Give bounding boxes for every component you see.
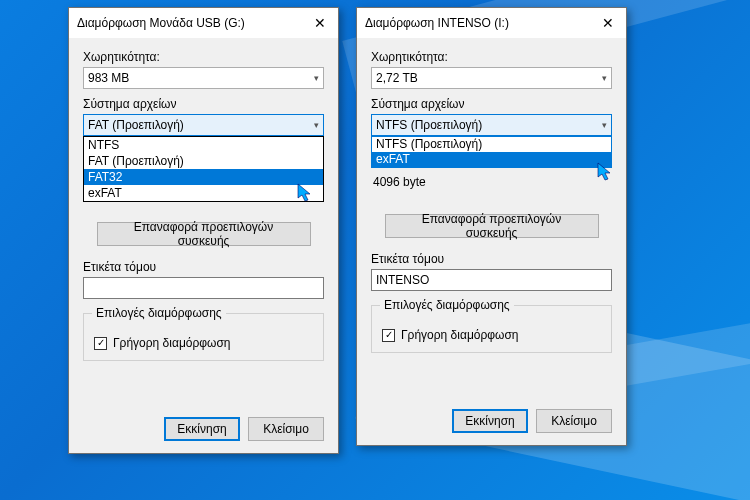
format-options-group: Επιλογές διαμόρφωσης ✓ Γρήγορη διαμόρφωσ… xyxy=(371,305,612,353)
filesystem-value: NTFS (Προεπιλογή) xyxy=(376,118,602,132)
close-icon[interactable]: ✕ xyxy=(310,15,330,31)
fs-option-fat[interactable]: FAT (Προεπιλογή) xyxy=(84,153,323,169)
quick-format-checkbox[interactable]: ✓ xyxy=(382,329,395,342)
volume-label-label: Ετικέτα τόμου xyxy=(371,252,612,266)
format-options-group: Επιλογές διαμόρφωσης ✓ Γρήγορη διαμόρφωσ… xyxy=(83,313,324,361)
restore-defaults-button[interactable]: Επαναφορά προεπιλογών συσκευής xyxy=(97,222,311,246)
fs-option-ntfs[interactable]: NTFS (Προεπιλογή) xyxy=(372,137,611,152)
quick-format-checkbox[interactable]: ✓ xyxy=(94,337,107,350)
fs-option-ntfs[interactable]: NTFS xyxy=(84,137,323,153)
fs-option-exfat[interactable]: exFAT xyxy=(84,185,323,201)
quick-format-row[interactable]: ✓ Γρήγορη διαμόρφωση xyxy=(94,336,313,350)
capacity-label: Χωρητικότητα: xyxy=(83,50,324,64)
start-button[interactable]: Εκκίνηση xyxy=(164,417,240,441)
filesystem-dropdown: NTFS FAT (Προεπιλογή) FAT32 exFAT xyxy=(83,136,324,202)
filesystem-dropdown: NTFS (Προεπιλογή) exFAT xyxy=(371,136,612,168)
format-options-legend: Επιλογές διαμόρφωσης xyxy=(380,298,514,312)
filesystem-value: FAT (Προεπιλογή) xyxy=(88,118,314,132)
restore-defaults-button[interactable]: Επαναφορά προεπιλογών συσκευής xyxy=(385,214,599,238)
fs-option-fat32[interactable]: FAT32 xyxy=(84,169,323,185)
close-button[interactable]: Κλείσιμο xyxy=(536,409,612,433)
volume-label-label: Ετικέτα τόμου xyxy=(83,260,324,274)
chevron-down-icon: ▾ xyxy=(602,120,607,130)
quick-format-label: Γρήγορη διαμόρφωση xyxy=(113,336,231,350)
window-title: Διαμόρφωση INTENSO (I:) xyxy=(365,16,598,30)
window-title: Διαμόρφωση Μονάδα USB (G:) xyxy=(77,16,310,30)
format-dialog-intenso: Διαμόρφωση INTENSO (I:) ✕ Χωρητικότητα: … xyxy=(356,7,627,446)
format-dialog-usb: Διαμόρφωση Μονάδα USB (G:) ✕ Χωρητικότητ… xyxy=(68,7,339,454)
close-button[interactable]: Κλείσιμο xyxy=(248,417,324,441)
capacity-label: Χωρητικότητα: xyxy=(371,50,612,64)
close-icon[interactable]: ✕ xyxy=(598,15,618,31)
chevron-down-icon: ▾ xyxy=(314,120,319,130)
capacity-select[interactable]: 2,72 TB ▾ xyxy=(371,67,612,89)
capacity-select[interactable]: 983 MB ▾ xyxy=(83,67,324,89)
volume-label-input[interactable]: INTENSO xyxy=(371,269,612,291)
quick-format-label: Γρήγορη διαμόρφωση xyxy=(401,328,519,342)
quick-format-row[interactable]: ✓ Γρήγορη διαμόρφωση xyxy=(382,328,601,342)
fs-option-exfat[interactable]: exFAT xyxy=(372,152,611,167)
filesystem-select[interactable]: NTFS (Προεπιλογή) ▾ NTFS (Προεπιλογή) ex… xyxy=(371,114,612,136)
filesystem-label: Σύστημα αρχείων xyxy=(83,97,324,111)
start-button[interactable]: Εκκίνηση xyxy=(452,409,528,433)
allocation-value: 4096 byte xyxy=(371,172,612,194)
format-options-legend: Επιλογές διαμόρφωσης xyxy=(92,306,226,320)
chevron-down-icon: ▾ xyxy=(314,73,319,83)
titlebar[interactable]: Διαμόρφωση INTENSO (I:) ✕ xyxy=(357,8,626,38)
capacity-value: 983 MB xyxy=(88,71,314,85)
titlebar[interactable]: Διαμόρφωση Μονάδα USB (G:) ✕ xyxy=(69,8,338,38)
volume-label-input[interactable] xyxy=(83,277,324,299)
chevron-down-icon: ▾ xyxy=(602,73,607,83)
filesystem-select[interactable]: FAT (Προεπιλογή) ▾ NTFS FAT (Προεπιλογή)… xyxy=(83,114,324,136)
capacity-value: 2,72 TB xyxy=(376,71,602,85)
filesystem-label: Σύστημα αρχείων xyxy=(371,97,612,111)
